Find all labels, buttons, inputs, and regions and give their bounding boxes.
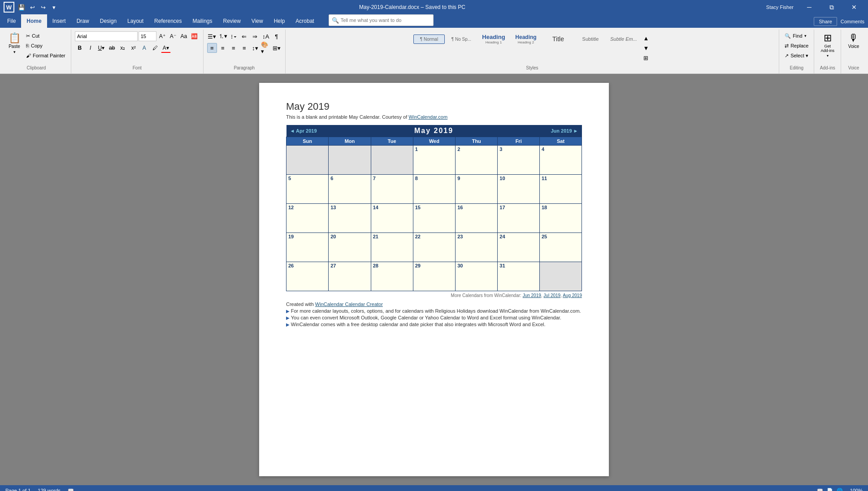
- next-month-link[interactable]: Jun 2019 ►: [551, 128, 578, 134]
- calendar-cell-20: 20: [329, 233, 371, 262]
- paragraph-group: ☰▾ ⒈▾ ⫶▾ ⇐ ⇒ ↕A ¶ ≡ ≡ ≡ ≡ ↕▾ 🎨▾ ⊞▾ Parag…: [204, 30, 286, 73]
- calendar-footer: More Calendars from WinCalendar: Jun 201…: [286, 293, 582, 298]
- tab-acrobat[interactable]: Acrobat: [290, 14, 319, 28]
- search-input[interactable]: [341, 17, 430, 23]
- style-normal[interactable]: ¶ Normal: [413, 34, 445, 44]
- tab-view[interactable]: View: [246, 14, 269, 28]
- align-left-button[interactable]: ≡: [207, 43, 217, 53]
- tab-draw[interactable]: Draw: [71, 14, 95, 28]
- select-button[interactable]: ↗ Select ▾: [783, 51, 810, 60]
- borders-button[interactable]: ⊞▾: [272, 43, 282, 53]
- calendar-creator-link[interactable]: WinCalendar Calendar Creator: [315, 301, 383, 307]
- calendar-cell-empty: [540, 262, 582, 291]
- italic-button[interactable]: I: [86, 43, 95, 53]
- undo-button[interactable]: ↩: [28, 3, 37, 12]
- calendar-cell-28: 28: [371, 262, 413, 291]
- align-center-button[interactable]: ≡: [218, 43, 228, 53]
- text-effects-button[interactable]: A: [139, 43, 149, 53]
- styles-scroll-down[interactable]: ▼: [641, 43, 651, 53]
- show-hide-button[interactable]: ¶: [272, 31, 282, 41]
- style-heading2[interactable]: Heading Heading 2: [510, 32, 542, 47]
- multilevel-list-button[interactable]: ⫶▾: [229, 31, 239, 41]
- tab-review[interactable]: Review: [218, 14, 246, 28]
- style-heading1[interactable]: Heading Heading 1: [478, 31, 509, 47]
- aug-link[interactable]: Aug 2019: [563, 293, 582, 298]
- tab-mailings[interactable]: Mailings: [187, 14, 217, 28]
- status-bar-right: 📖 📄 🌐 100%: [817, 488, 863, 491]
- paragraph-row2: ≡ ≡ ≡ ≡ ↕▾ 🎨▾ ⊞▾: [207, 43, 282, 53]
- styles-expand[interactable]: ⊞: [641, 53, 651, 63]
- tell-me-searchbar[interactable]: 🔍: [329, 14, 434, 26]
- ribbon: 📋 Paste ▾ ✂ Cut ⎘ Copy 🖌 Format Painter: [0, 28, 868, 74]
- read-mode-button[interactable]: 📖: [817, 488, 823, 491]
- increase-indent-button[interactable]: ⇒: [250, 31, 260, 41]
- underline-button[interactable]: U▾: [96, 43, 106, 53]
- redo-button[interactable]: ↪: [39, 3, 48, 12]
- font-grow-button[interactable]: A⁺: [157, 31, 167, 41]
- paste-button[interactable]: 📋 Paste ▾: [5, 31, 23, 56]
- tab-insert[interactable]: Insert: [47, 14, 71, 28]
- subscript-button[interactable]: x₂: [118, 43, 128, 53]
- print-layout-button[interactable]: 📄: [827, 488, 833, 491]
- cut-button[interactable]: ✂ Cut: [24, 31, 67, 40]
- jun-link[interactable]: Jun 2019: [523, 293, 541, 298]
- bold-button[interactable]: B: [75, 43, 85, 53]
- tab-references[interactable]: References: [149, 14, 187, 28]
- get-addins-button[interactable]: ⊞ GetAdd-ins ▾: [818, 31, 837, 60]
- tab-home[interactable]: Home: [21, 14, 47, 28]
- proofing-icon[interactable]: 📖: [68, 488, 74, 491]
- tab-layout[interactable]: Layout: [122, 14, 149, 28]
- calendar-cell-15: 15: [413, 204, 455, 233]
- style-no-spacing[interactable]: ¶ No Sp...: [446, 34, 477, 44]
- day-header-fri: Fri: [498, 137, 540, 146]
- line-spacing-button[interactable]: ↕▾: [250, 43, 260, 53]
- copy-button[interactable]: ⎘ Copy: [24, 41, 67, 50]
- sort-button[interactable]: ↕A: [261, 31, 271, 41]
- format-painter-button[interactable]: 🖌 Format Painter: [24, 51, 67, 60]
- align-right-button[interactable]: ≡: [229, 43, 239, 53]
- font-size-input[interactable]: [139, 31, 156, 41]
- shading-button[interactable]: 🎨▾: [261, 43, 271, 53]
- web-layout-button[interactable]: 🌐: [837, 488, 843, 491]
- clipboard-group: 📋 Paste ▾ ✂ Cut ⎘ Copy 🖌 Format Painter: [2, 30, 71, 73]
- restore-button[interactable]: ⧉: [821, 0, 842, 14]
- document-title: May-2019-Calendar.docx – Saved to this P…: [58, 4, 766, 10]
- font-name-input[interactable]: [75, 31, 138, 41]
- style-subtitle[interactable]: Subtitle: [575, 34, 606, 44]
- prev-month-link[interactable]: ◄ Apr 2019: [290, 128, 317, 134]
- tab-help[interactable]: Help: [269, 14, 291, 28]
- dictate-button[interactable]: 🎙 Voice: [845, 31, 863, 51]
- styles-scroll-up[interactable]: ▲: [641, 33, 651, 43]
- tab-design[interactable]: Design: [95, 14, 122, 28]
- day-header-thu: Thu: [456, 137, 498, 146]
- numbering-button[interactable]: ⒈▾: [218, 31, 228, 41]
- wincalendar-link[interactable]: WinCalendar.com: [408, 114, 447, 120]
- font-color-button[interactable]: A▾: [161, 43, 171, 53]
- comments-button[interactable]: Comments: [841, 19, 864, 24]
- strikethrough-button[interactable]: ab: [107, 43, 117, 53]
- font-shrink-button[interactable]: A⁻: [168, 31, 178, 41]
- justify-button[interactable]: ≡: [239, 43, 249, 53]
- autosave-toggle[interactable]: 💾: [17, 3, 26, 12]
- change-case-button[interactable]: Aa: [179, 31, 189, 41]
- share-button[interactable]: Share: [814, 17, 837, 26]
- minimize-button[interactable]: ─: [799, 0, 820, 14]
- bullets-button[interactable]: ☰▾: [207, 31, 217, 41]
- close-button[interactable]: ✕: [844, 0, 864, 14]
- calendar-cell-2: 2: [456, 146, 498, 175]
- text-highlight-button[interactable]: 🖊: [150, 43, 160, 53]
- clear-formatting-button[interactable]: 🆎: [190, 31, 200, 41]
- calendar-nav: ◄ Apr 2019 May 2019 Jun 2019 ►: [286, 125, 582, 137]
- jul-link[interactable]: Jul 2019: [543, 293, 560, 298]
- find-button[interactable]: 🔍 Find ▾: [783, 31, 808, 40]
- customize-qat-button[interactable]: ▾: [49, 3, 58, 12]
- replace-button[interactable]: ⇄ Replace: [783, 41, 810, 50]
- superscript-button[interactable]: x²: [129, 43, 139, 53]
- calendar-cell-30: 30: [456, 262, 498, 291]
- day-header-sun: Sun: [286, 137, 329, 146]
- calendar-cell-9: 9: [456, 175, 498, 204]
- tab-file[interactable]: File: [2, 14, 21, 28]
- style-title[interactable]: Title: [542, 33, 574, 45]
- style-subtle-em[interactable]: Subtle Em...: [607, 34, 640, 44]
- decrease-indent-button[interactable]: ⇐: [239, 31, 249, 41]
